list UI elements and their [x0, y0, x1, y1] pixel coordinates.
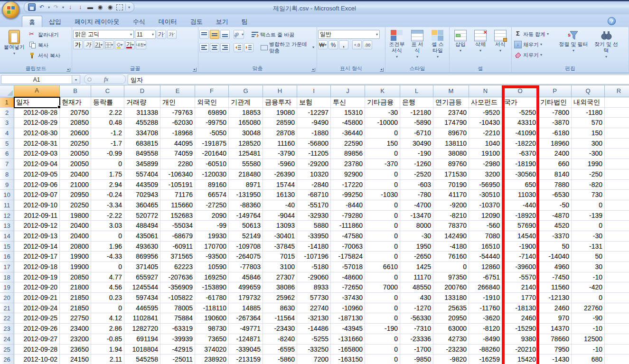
cell-I12[interactable]: -32930 [297, 211, 331, 221]
cell-A13[interactable]: 2012-09-12 [14, 221, 60, 231]
cell-P19[interactable]: 11560 [538, 282, 572, 293]
cell-I6[interactable]: -11205 [297, 149, 331, 159]
clear-button[interactable]: 지우기▾ [513, 51, 556, 59]
cell-K23[interactable]: -190 [365, 324, 400, 334]
cell-R1[interactable] [605, 97, 629, 108]
cell-K3[interactable]: -10000 [365, 118, 400, 128]
cell-C24[interactable]: -0.85 [91, 334, 124, 345]
row-header-21[interactable]: 21 [0, 303, 14, 314]
cell-D12[interactable]: 520772 [124, 211, 160, 221]
cell-N12[interactable]: 12090 [469, 211, 502, 221]
cell-R23[interactable] [605, 324, 629, 334]
cell-I9[interactable]: -2840 [297, 180, 331, 190]
tab-formulas[interactable]: 수식 [126, 16, 152, 27]
cell-H23[interactable]: -23430 [263, 324, 297, 334]
row-header-22[interactable]: 22 [0, 313, 14, 324]
cell-K6[interactable]: 0 [365, 149, 400, 159]
cell-A26[interactable]: 2012-10-02 [14, 355, 60, 364]
row-header-13[interactable]: 13 [0, 221, 14, 231]
cell-I25[interactable]: -33250 [297, 345, 331, 355]
cell-Q6[interactable]: -300 [572, 149, 605, 159]
cell-B6[interactable]: 20050 [60, 149, 91, 159]
cell-R5[interactable] [605, 139, 629, 149]
cell-M13[interactable]: 78370 [433, 221, 469, 231]
cell-N16[interactable]: -54440 [469, 252, 502, 262]
cell-C4[interactable]: -1.2 [91, 128, 124, 139]
cell-O11[interactable]: -440 [502, 200, 538, 211]
help-icon[interactable]: ? [608, 17, 616, 25]
align-left-button[interactable] [199, 43, 209, 52]
cell-G10[interactable]: -131950 [229, 190, 263, 200]
cell-H2[interactable]: 19080 [263, 108, 297, 118]
cell-G19[interactable]: 499659 [229, 282, 263, 293]
cell-L25[interactable]: -1700 [400, 345, 433, 355]
cell-P15[interactable]: 50 [538, 242, 572, 252]
borders-button[interactable]: ▾ [104, 40, 114, 49]
cell-G11[interactable]: -88360 [229, 200, 263, 211]
align-top-button[interactable] [199, 30, 209, 39]
cell-A25[interactable]: 2012-09-28 [14, 345, 60, 355]
column-header-P[interactable]: P [538, 85, 572, 97]
cell-G17[interactable]: -77803 [229, 262, 263, 272]
cell-K16[interactable]: 0 [365, 252, 400, 262]
cell-N19[interactable]: 266840 [469, 282, 502, 293]
cell-A19[interactable]: 2012-09-20 [14, 282, 60, 293]
row-header-1[interactable]: 1 [0, 97, 14, 108]
row-header-14[interactable]: 14 [0, 231, 14, 242]
cell-A14[interactable]: 2012-09-13 [14, 231, 60, 242]
column-header-F[interactable]: F [195, 85, 229, 97]
cell-I4[interactable]: -1880 [297, 128, 331, 139]
row-header-25[interactable]: 25 [0, 345, 14, 355]
row-header-16[interactable]: 16 [0, 252, 14, 262]
cell-J4[interactable]: -36440 [331, 128, 365, 139]
cell-P24[interactable]: 78660 [538, 334, 572, 345]
cell-M7[interactable]: 89760 [433, 159, 469, 169]
cell-A17[interactable]: 2012-09-18 [14, 262, 60, 272]
cell-A22[interactable]: 2012-09-25 [14, 313, 60, 324]
cell-Q2[interactable]: -1180 [572, 108, 605, 118]
align-middle-button[interactable] [210, 30, 219, 39]
column-header-K[interactable]: K [365, 85, 400, 97]
cell-P16[interactable]: -14040 [538, 252, 572, 262]
cell-H5[interactable]: 11160 [263, 139, 297, 149]
cell-L17[interactable]: 1425 [400, 262, 433, 272]
cell-R7[interactable] [605, 159, 629, 169]
bold-button[interactable]: 가 [73, 40, 83, 49]
cell-F17[interactable]: 10590 [195, 262, 229, 272]
cell-H13[interactable]: 13093 [263, 221, 297, 231]
cell-N26[interactable]: -16259 [469, 355, 502, 364]
cell-H7[interactable]: -5960 [263, 159, 297, 169]
find-select-button[interactable]: 찾기 및 선택▾ [591, 28, 622, 65]
cell-L12[interactable]: -13470 [400, 211, 433, 221]
cell-F2[interactable]: 69890 [195, 108, 229, 118]
cell-B5[interactable]: 20250 [60, 139, 91, 149]
tab-insert[interactable]: 삽입 [42, 16, 68, 27]
cell-I18[interactable]: -29060 [297, 272, 331, 283]
cell-D8[interactable]: 557404 [124, 169, 160, 180]
cell-Q11[interactable]: 0 [572, 200, 605, 211]
cell-N11[interactable]: -10370 [469, 200, 502, 211]
cell-B17[interactable]: 19900 [60, 262, 91, 272]
font-size-combo[interactable]: 11▾ [135, 30, 156, 39]
cell-E25[interactable]: -42915 [160, 345, 195, 355]
cell-K20[interactable]: 0 [365, 293, 400, 303]
cell-B15[interactable]: 20800 [60, 242, 91, 252]
column-header-E[interactable]: E [160, 85, 195, 97]
cell-J14[interactable]: -47580 [331, 231, 365, 242]
cell-I2[interactable]: -12297 [297, 108, 331, 118]
cell-H6[interactable]: -3790 [263, 149, 297, 159]
cell-Q7[interactable]: 1990 [572, 159, 605, 169]
cell-N25[interactable]: -88260 [469, 345, 502, 355]
cell-F4[interactable]: -5050 [195, 128, 229, 139]
cell-styles-button[interactable]: 셀 스타일▾ [427, 28, 448, 65]
cell-P4[interactable]: -6180 [538, 128, 572, 139]
cell-B4[interactable]: 20600 [60, 128, 91, 139]
cell-H19[interactable]: 38086 [263, 282, 297, 293]
cell-R17[interactable] [605, 262, 629, 272]
cell-E16[interactable]: 371565 [160, 252, 195, 262]
cell-R13[interactable] [605, 221, 629, 231]
cell-A11[interactable]: 2012-09-10 [14, 200, 60, 211]
insert-function-button[interactable]: fx [84, 75, 126, 84]
cell-E21[interactable]: 78005 [160, 303, 195, 314]
number-format-combo[interactable]: 일반▾ [318, 30, 380, 39]
